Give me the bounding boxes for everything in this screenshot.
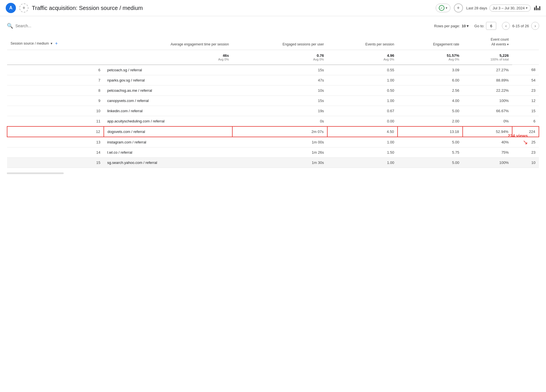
row-number: 14 — [7, 147, 104, 157]
rows-chevron-icon: ▾ — [467, 24, 469, 28]
table-row: 7 nparks.gov.sg / referral 47s 1.00 6.00… — [7, 75, 539, 85]
toolbar: 🔍 Rows per page: 10 ▾ Go to: ‹ 6-15 of 2… — [7, 22, 539, 30]
row-engagement-rate: 100% — [463, 157, 512, 168]
status-button[interactable]: ✓ ▾ — [436, 4, 450, 12]
row-engaged-sessions: 1.00 — [327, 75, 398, 85]
col-header-event-count: Event count All events ▾ — [463, 34, 512, 50]
row-events-per-session: 13.18 — [398, 126, 463, 137]
next-page-button[interactable]: › — [531, 22, 539, 30]
row-number: 7 — [7, 75, 104, 85]
row-event-count: 12 — [512, 95, 539, 106]
row-source[interactable]: linkedin.com / referral — [104, 106, 232, 116]
layout-toggle-icon[interactable] — [534, 6, 540, 10]
row-event-count: 68 — [512, 65, 539, 75]
row-events-per-session: 5.00 — [398, 137, 463, 147]
row-source[interactable]: dogsvets.com / referral — [104, 126, 232, 137]
prev-page-button[interactable]: ‹ — [502, 22, 510, 30]
row-source[interactable]: app.acuityscheduling.com / referral — [104, 116, 232, 126]
row-source[interactable]: petcoach.sg / referral — [104, 65, 232, 75]
table-row: 11 app.acuityscheduling.com / referral 0… — [7, 116, 539, 126]
row-engagement-rate: 40% — [463, 137, 512, 147]
search-input[interactable] — [15, 24, 72, 28]
summary-row: 46s Avg 0% 0.76 Avg 0% 4.96 Avg 0% 51.57… — [7, 50, 539, 65]
date-range-selector[interactable]: Last 28 days Jul 3 – Jul 30, 2024 ▾ — [466, 5, 531, 12]
row-source[interactable]: canopyvets.com / referral — [104, 95, 232, 106]
row-source[interactable]: petcoachsg.as.me / referral — [104, 85, 232, 95]
row-events-per-session: 5.00 — [398, 157, 463, 168]
go-to-control: Go to: — [474, 22, 496, 30]
row-avg-eng: 15s — [232, 65, 327, 75]
add-tab-button-right[interactable]: + — [454, 3, 463, 12]
filter-icon[interactable]: ▾ — [51, 41, 52, 46]
row-event-count: 224 — [512, 126, 539, 137]
table-container: Session source / medium ▾ + Average enga… — [7, 34, 539, 174]
table-row: 6 petcoach.sg / referral 15s 0.55 3.09 2… — [7, 65, 539, 75]
chevron-down-icon: ▾ — [446, 6, 447, 10]
top-bar: A + Traffic acquisition: Session source … — [0, 0, 546, 16]
table-row: 13 instagram.com / referral 1m 00s 1.00 … — [7, 137, 539, 147]
row-engaged-sessions: 1.00 — [327, 137, 398, 147]
table-row: 12 dogsvets.com / referral 2m 07s 4.50 1… — [7, 126, 539, 137]
main-content: 🔍 Rows per page: 10 ▾ Go to: ‹ 6-15 of 2… — [0, 16, 546, 180]
row-event-count: 15 — [512, 106, 539, 116]
date-badge[interactable]: Jul 3 – Jul 30, 2024 ▾ — [489, 5, 531, 12]
page-title: Traffic acquisition: Session source / me… — [32, 5, 432, 11]
row-engaged-sessions: 1.00 — [327, 95, 398, 106]
summary-avg-eng: 46s Avg 0% — [104, 50, 232, 65]
row-source[interactable]: l.wl.co / referral — [104, 147, 232, 157]
add-tab-button-left[interactable]: + — [19, 3, 28, 12]
row-avg-eng: 2m 07s — [232, 126, 327, 137]
table-row: 15 sg.search.yahoo.com / referral 1m 30s… — [7, 157, 539, 168]
summary-events-per-session: 4.96 Avg 0% — [327, 50, 398, 65]
rows-per-page-select[interactable]: 10 ▾ — [462, 24, 469, 28]
summary-event-count: 5,226 100% of total — [463, 50, 512, 65]
row-source[interactable]: nparks.gov.sg / referral — [104, 75, 232, 85]
row-engagement-rate: 22.22% — [463, 85, 512, 95]
go-to-input[interactable] — [486, 22, 496, 30]
row-source[interactable]: sg.search.yahoo.com / referral — [104, 157, 232, 168]
col-header-source: Session source / medium ▾ + — [7, 34, 104, 50]
row-avg-eng: 19s — [232, 106, 327, 116]
row-engagement-rate: 0% — [463, 116, 512, 126]
table-row: 10 linkedin.com / referral 19s 0.67 5.00… — [7, 106, 539, 116]
col-header-engagement-rate: Engagement rate — [398, 34, 463, 50]
row-number: 12 — [7, 126, 104, 137]
search-icon: 🔍 — [7, 23, 13, 29]
row-number: 11 — [7, 116, 104, 126]
table-row: 14 l.wl.co / referral 1m 26s 1.50 5.75 7… — [7, 147, 539, 157]
data-table: Session source / medium ▾ + Average enga… — [7, 34, 539, 168]
row-engagement-rate: 100% — [463, 95, 512, 106]
row-event-count: 23 — [512, 85, 539, 95]
col-header-engaged-sessions: Engaged sessions per user — [232, 34, 327, 50]
check-circle-icon: ✓ — [439, 5, 444, 11]
rows-per-page-control: Rows per page: 10 ▾ — [434, 24, 469, 28]
row-avg-eng: 0s — [232, 116, 327, 126]
col-header-avg-engagement: Average engagement time per session — [104, 34, 232, 50]
add-column-button[interactable]: + — [55, 40, 58, 47]
row-events-per-session: 5.75 — [398, 147, 463, 157]
row-avg-eng: 1m 26s — [232, 147, 327, 157]
row-event-count: 6 — [512, 116, 539, 126]
row-number: 8 — [7, 85, 104, 95]
row-events-per-session: 6.00 — [398, 75, 463, 85]
row-source[interactable]: instagram.com / referral — [104, 137, 232, 147]
pagination-info: ‹ 6-15 of 26 › — [502, 22, 539, 30]
all-events-chevron-icon[interactable]: ▾ — [507, 42, 509, 47]
row-avg-eng: 47s — [232, 75, 327, 85]
table-header-row: Session source / medium ▾ + Average enga… — [7, 34, 539, 50]
row-engagement-rate: 66.67% — [463, 106, 512, 116]
row-engaged-sessions: 4.50 — [327, 126, 398, 137]
row-number: 15 — [7, 157, 104, 168]
row-number: 13 — [7, 137, 104, 147]
summary-engagement-rate: 51.57% Avg 0% — [398, 50, 463, 65]
row-event-count: 10 — [512, 157, 539, 168]
row-events-per-session: 2.56 — [398, 85, 463, 95]
row-engagement-rate: 88.89% — [463, 75, 512, 85]
row-events-per-session: 2.00 — [398, 116, 463, 126]
row-engaged-sessions: 0.50 — [327, 85, 398, 95]
scroll-hint[interactable] — [7, 172, 64, 174]
row-engagement-rate: 27.27% — [463, 65, 512, 75]
row-avg-eng: 1m 00s — [232, 137, 327, 147]
row-engagement-rate: 52.94% — [463, 126, 512, 137]
row-event-count: 23 — [512, 147, 539, 157]
